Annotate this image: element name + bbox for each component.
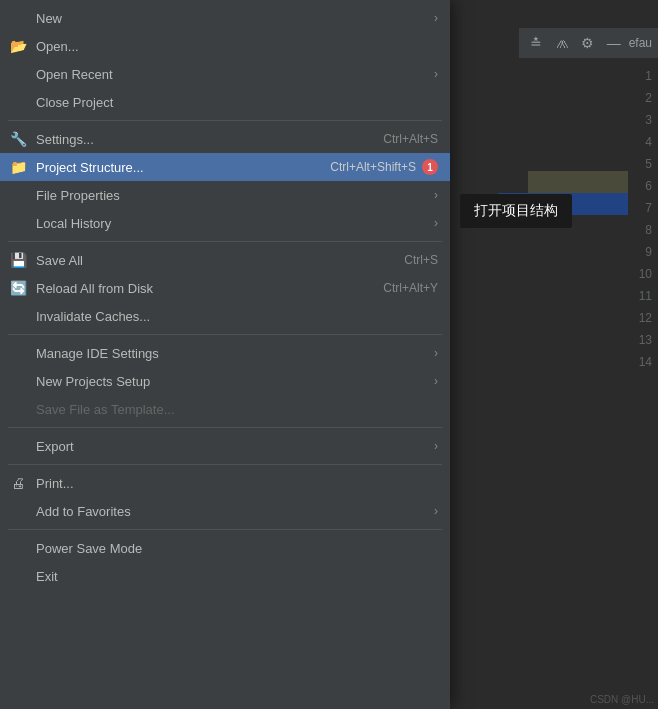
menu-item-invalidate-caches-label: Invalidate Caches... <box>36 309 438 324</box>
menu-item-power-save-label: Power Save Mode <box>36 541 438 556</box>
menu-item-open-recent-label: Open Recent <box>36 67 426 82</box>
menu-list: New › 📂 Open... Open Recent › Close Proj… <box>0 0 450 594</box>
menu-item-open-recent[interactable]: Open Recent › <box>0 60 450 88</box>
menu-item-save-template-label: Save File as Template... <box>36 402 438 417</box>
line-numbers: 1 2 3 4 5 6 7 8 9 10 11 12 13 14 <box>628 65 658 373</box>
separator-1 <box>8 120 442 121</box>
menu-item-manage-ide-arrow: › <box>434 346 438 360</box>
menu-item-close-project[interactable]: Close Project <box>0 88 450 116</box>
menu-item-save-all[interactable]: 💾 Save All Ctrl+S <box>0 246 450 274</box>
menu-item-new-label: New <box>36 11 426 26</box>
menu-item-exit-label: Exit <box>36 569 438 584</box>
separator-3 <box>8 334 442 335</box>
menu-item-add-favorites-arrow: › <box>434 504 438 518</box>
menu-item-exit[interactable]: Exit <box>0 562 450 590</box>
menu-item-new-projects[interactable]: New Projects Setup › <box>0 367 450 395</box>
menu-item-open-label: Open... <box>36 39 438 54</box>
menu-item-manage-ide-label: Manage IDE Settings <box>36 346 426 361</box>
editor-toolbar: ≛ ⩕ ⚙ — efau <box>519 28 658 58</box>
menu-item-close-project-label: Close Project <box>36 95 438 110</box>
menu-item-new[interactable]: New › <box>0 4 450 32</box>
menu-item-project-structure[interactable]: 📁 Project Structure... Ctrl+Alt+Shift+S … <box>0 153 450 181</box>
menu-item-manage-ide[interactable]: Manage IDE Settings › <box>0 339 450 367</box>
settings-wrench-icon: 🔧 <box>8 129 28 149</box>
menu-item-new-arrow: › <box>434 11 438 25</box>
menu-item-settings-label: Settings... <box>36 132 343 147</box>
menu-item-new-projects-arrow: › <box>434 374 438 388</box>
menu-item-file-properties[interactable]: File Properties › <box>0 181 450 209</box>
watermark-text: CSDN @HU... <box>590 694 654 705</box>
menu-item-invalidate-caches[interactable]: Invalidate Caches... <box>0 302 450 330</box>
editor-line-highlight-6 <box>528 171 628 193</box>
menu-item-export-label: Export <box>36 439 426 454</box>
print-icon: 🖨 <box>8 473 28 493</box>
menu-item-add-favorites[interactable]: Add to Favorites › <box>0 497 450 525</box>
project-structure-icon: 📁 <box>8 157 28 177</box>
menu-item-add-favorites-label: Add to Favorites <box>36 504 426 519</box>
menu-item-print-label: Print... <box>36 476 438 491</box>
menu-item-file-properties-arrow: › <box>434 188 438 202</box>
open-folder-icon: 📂 <box>8 36 28 56</box>
menu-item-print[interactable]: 🖨 Print... <box>0 469 450 497</box>
menu-item-project-structure-label: Project Structure... <box>36 160 290 175</box>
reload-icon: 🔄 <box>8 278 28 298</box>
menu-item-file-properties-label: File Properties <box>36 188 426 203</box>
menu-item-open[interactable]: 📂 Open... <box>0 32 450 60</box>
file-menu: New › 📂 Open... Open Recent › Close Proj… <box>0 0 450 709</box>
menu-item-local-history-label: Local History <box>36 216 426 231</box>
menu-item-save-all-label: Save All <box>36 253 364 268</box>
minimize-icon[interactable]: — <box>603 32 625 54</box>
align-top-icon[interactable]: ≛ <box>525 32 547 54</box>
menu-item-project-structure-shortcut: Ctrl+Alt+Shift+S <box>330 160 416 174</box>
menu-item-settings[interactable]: 🔧 Settings... Ctrl+Alt+S <box>0 125 450 153</box>
tooltip-text: 打开项目结构 <box>474 202 558 218</box>
menu-item-reload-all-shortcut: Ctrl+Alt+Y <box>383 281 438 295</box>
menu-item-settings-shortcut: Ctrl+Alt+S <box>383 132 438 146</box>
separator-6 <box>8 529 442 530</box>
menu-item-save-all-shortcut: Ctrl+S <box>404 253 438 267</box>
separator-2 <box>8 241 442 242</box>
menu-item-local-history-arrow: › <box>434 216 438 230</box>
menu-item-reload-all-label: Reload All from Disk <box>36 281 343 296</box>
menu-item-save-template[interactable]: Save File as Template... <box>0 395 450 423</box>
menu-item-new-projects-label: New Projects Setup <box>36 374 426 389</box>
header-text: efau <box>629 36 652 50</box>
menu-item-local-history[interactable]: Local History › <box>0 209 450 237</box>
menu-item-open-recent-arrow: › <box>434 67 438 81</box>
menu-item-export-arrow: › <box>434 439 438 453</box>
project-structure-tooltip: 打开项目结构 <box>460 194 572 228</box>
align-bottom-icon[interactable]: ⩕ <box>551 32 573 54</box>
separator-5 <box>8 464 442 465</box>
project-structure-badge: 1 <box>422 159 438 175</box>
menu-item-export[interactable]: Export › <box>0 432 450 460</box>
menu-item-reload-all[interactable]: 🔄 Reload All from Disk Ctrl+Alt+Y <box>0 274 450 302</box>
settings-icon[interactable]: ⚙ <box>577 32 599 54</box>
separator-4 <box>8 427 442 428</box>
save-all-icon: 💾 <box>8 250 28 270</box>
menu-item-power-save[interactable]: Power Save Mode <box>0 534 450 562</box>
watermark: CSDN @HU... <box>590 694 654 705</box>
